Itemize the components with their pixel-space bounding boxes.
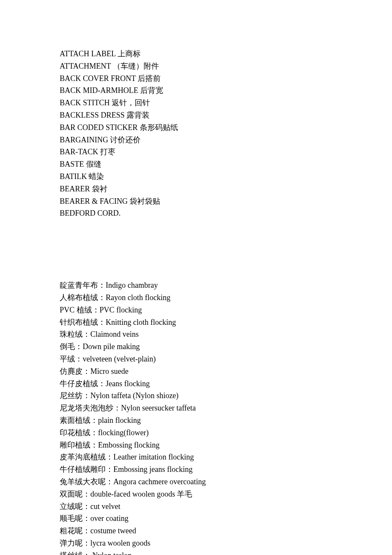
glossary-line: 双面呢：double-faced woolen goods 羊毛 [60,488,332,500]
glossary-line: 印花植绒：flocking(flower) [60,427,332,439]
document-page: ATTACH LABEL 上商标 ATTACHMENT （车缝）附件 BACK … [0,0,392,555]
glossary-line: ATTACH LABEL 上商标 [60,48,332,60]
glossary-line: 粗花呢：costume tweed [60,525,332,537]
glossary-line: 牛仔植绒雕印：Embossing jeans flocking [60,463,332,476]
glossary-line: 人棉布植绒：Rayon cloth flocking [60,292,332,304]
glossary-line: BAR CODED STICKER 条形码贴纸 [60,121,332,134]
glossary-line: BACK STITCH 返针，回针 [60,97,332,109]
glossary-line: ATTACHMENT （车缝）附件 [60,60,332,72]
glossary-line: 靛蓝青年布：Indigo chambray [60,279,332,292]
glossary-line: BEDFORD CORD. [60,207,332,220]
glossary-line: 牛仔皮植绒：Jeans flocking [60,378,332,390]
glossary-line: 针织布植绒：Knitting cloth flocking [60,316,332,329]
glossary-line: 雕印植绒：Embossing flocking [60,439,332,451]
section-divider [60,220,332,279]
glossary-line: 尼丝纺：Nylon taffeta (Nylon shioze) [60,390,332,402]
glossary-line: 顺毛呢：over coating [60,512,332,525]
glossary-line: 弹力呢：lycra woolen goods [60,537,332,549]
glossary-line: 兔羊绒大衣呢：Angora cachmere overcoating [60,476,332,488]
glossary-line: 塔丝绒： Nylon taslon [60,549,332,555]
glossary-line: 仿麂皮：Micro suede [60,365,332,378]
glossary-line: BACK MID-ARMHOLE 后背宽 [60,84,332,97]
glossary-section-2: 靛蓝青年布：Indigo chambray 人棉布植绒：Rayon cloth … [60,279,332,555]
glossary-line: BACKLESS DRESS 露背装 [60,109,332,121]
glossary-line: BEARER 袋衬 [60,183,332,195]
glossary-section-1: ATTACH LABEL 上商标 ATTACHMENT （车缝）附件 BACK … [60,48,332,220]
glossary-line: 立绒呢：cut velvet [60,500,332,513]
glossary-line: 平绒：velveteen (velvet-plain) [60,353,332,365]
glossary-line: 尼龙塔夫泡泡纱：Nylon seersucker taffeta [60,402,332,414]
glossary-line: BARGAINING 讨价还价 [60,134,332,146]
glossary-line: 珠粒绒：Claimond veins [60,328,332,341]
glossary-line: BEARER & FACING 袋衬袋贴 [60,195,332,208]
glossary-line: BACK COVER FRONT 后搭前 [60,72,332,85]
glossary-line: BATILK 蜡染 [60,171,332,183]
glossary-line: 倒毛：Down pile making [60,341,332,353]
glossary-line: PVC 植绒：PVC flocking [60,304,332,316]
glossary-line: BAR-TACK 打枣 [60,146,332,158]
glossary-line: 素面植绒：plain flocking [60,414,332,427]
glossary-line: 皮革沟底植绒：Leather imitation flocking [60,451,332,463]
glossary-line: BASTE 假缝 [60,158,332,171]
